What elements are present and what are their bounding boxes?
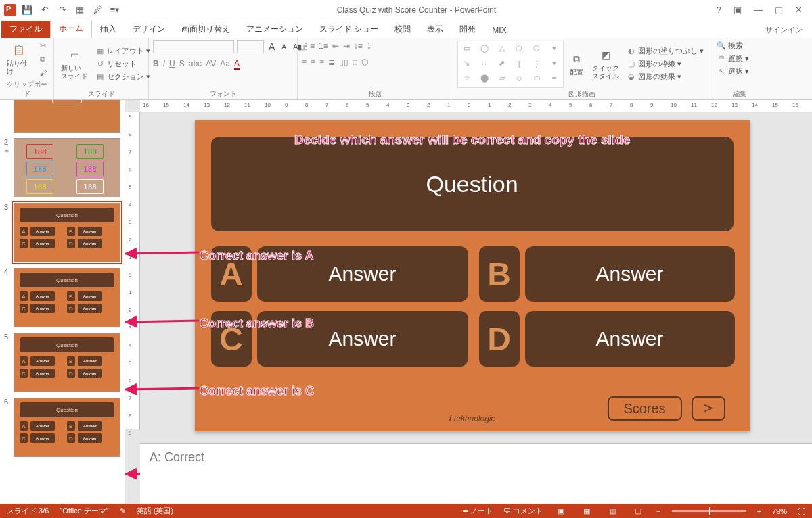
thumbnail-slide-2[interactable]: 2 ✶ 188 188 188 188 188 188 bbox=[14, 138, 120, 197]
tab-mix[interactable]: MIX bbox=[484, 23, 514, 38]
answer-a[interactable]: A Answer bbox=[211, 246, 468, 302]
line-spacing-button[interactable]: ↕≡ bbox=[354, 41, 363, 51]
cut-button[interactable]: ✂ bbox=[36, 41, 49, 51]
ribbon-tabs: ファイル ホーム 挿入 デザイン 画面切り替え アニメーション スライド ショー… bbox=[0, 20, 812, 38]
new-slide-button[interactable]: ▭新しい スライド bbox=[58, 47, 91, 82]
redo-icon[interactable]: ↷ bbox=[55, 3, 69, 17]
spacing-button[interactable]: AV bbox=[206, 59, 216, 70]
slide-canvas[interactable]: Question A Answer B Answer C Answer D An… bbox=[195, 120, 750, 431]
format-painter-button[interactable]: 🖌 bbox=[36, 68, 49, 78]
answer-c[interactable]: C Answer bbox=[211, 311, 468, 367]
thumbnail-slide-6[interactable]: 6 Question AAnswer BAnswer CAnswer DAnsw… bbox=[14, 398, 120, 457]
layout-button[interactable]: ▦レイアウト ▾ bbox=[93, 45, 152, 57]
quick-access-toolbar: 💾 ↶ ↷ ▦ 🖉 ≡▾ bbox=[0, 3, 126, 17]
zoom-out-button[interactable]: − bbox=[656, 507, 660, 515]
font-name-combo[interactable] bbox=[153, 40, 234, 53]
notes-toggle[interactable]: ≐ ノート bbox=[462, 506, 493, 516]
underline-button[interactable]: U bbox=[169, 59, 175, 70]
indent-inc-button[interactable]: ⇥ bbox=[343, 41, 350, 51]
shape-outline-button[interactable]: ▢図形の枠線 ▾ bbox=[625, 58, 706, 70]
status-bar: スライド 3/6 "Office テーマ" ✎ 英語 (英国) ≐ ノート 🗨 … bbox=[0, 504, 812, 518]
paste-button[interactable]: 📋貼り付け bbox=[4, 42, 33, 77]
arrange-button[interactable]: ⧉配置 bbox=[566, 51, 587, 78]
smartart-button[interactable]: ⬡ bbox=[361, 57, 368, 67]
shadow-button[interactable]: S bbox=[179, 59, 185, 70]
status-language[interactable]: 英語 (英国) bbox=[137, 506, 173, 516]
ribbon-options-icon[interactable]: ▣ bbox=[734, 5, 742, 15]
zoom-slider[interactable] bbox=[672, 510, 746, 512]
minimize-icon[interactable]: — bbox=[754, 5, 763, 15]
find-button[interactable]: 🔍検索 bbox=[715, 40, 745, 51]
grow-font-button[interactable]: A bbox=[267, 40, 277, 53]
numbering-button[interactable]: 1≡ bbox=[319, 41, 328, 51]
align-left-button[interactable]: ≡ bbox=[302, 57, 307, 67]
undo-icon[interactable]: ↶ bbox=[38, 3, 51, 17]
justify-button[interactable]: ≣ bbox=[328, 57, 335, 67]
slide-editor[interactable]: 1615141312111098765432101234567891011121… bbox=[125, 100, 812, 504]
tab-design[interactable]: デザイン bbox=[125, 21, 173, 38]
reset-button[interactable]: ↺リセット bbox=[93, 58, 152, 70]
thumbnail-slide-1[interactable]: 1 Class Quiz START bbox=[14, 100, 120, 133]
shapes-gallery[interactable]: ▭◯△⬠⬡▾ ↘↔⬈{}▾ ☆⬤▱◇⬭≡ bbox=[457, 41, 564, 88]
view-slideshow-icon[interactable]: ▢ bbox=[631, 506, 646, 517]
align-center-button[interactable]: ≡ bbox=[311, 57, 315, 67]
comments-toggle[interactable]: 🗨 コメント bbox=[503, 506, 543, 516]
notes-pane[interactable]: A: Correct bbox=[140, 443, 812, 504]
tab-developer[interactable]: 開発 bbox=[451, 21, 484, 38]
next-button[interactable]: > bbox=[692, 396, 725, 421]
view-reading-icon[interactable]: ▥ bbox=[605, 506, 620, 517]
qat-more-icon[interactable]: 🖉 bbox=[91, 3, 104, 17]
italic-button[interactable]: I bbox=[163, 59, 165, 70]
case-button[interactable]: Aa bbox=[220, 59, 230, 70]
shape-effects-button[interactable]: ◒図形の効果 ▾ bbox=[625, 71, 706, 83]
maximize-icon[interactable]: ▢ bbox=[775, 5, 783, 15]
tab-view[interactable]: 表示 bbox=[419, 21, 451, 38]
font-color-button[interactable]: A bbox=[234, 59, 240, 70]
strike-button[interactable]: abc bbox=[189, 59, 202, 70]
signin-link[interactable]: サインイン bbox=[756, 22, 812, 38]
thumbnail-slide-3[interactable]: 3 Question AAnswer BAnswer CAnswer DAnsw… bbox=[14, 203, 120, 262]
bullets-button[interactable]: ⋮≡ bbox=[302, 41, 315, 51]
columns-button[interactable]: ▯▯ bbox=[339, 57, 348, 67]
view-normal-icon[interactable]: ▣ bbox=[554, 506, 568, 517]
tab-animation[interactable]: アニメーション bbox=[238, 21, 311, 38]
tab-review[interactable]: 校閲 bbox=[386, 21, 419, 38]
shape-fill-button[interactable]: ◐図形の塗りつぶし ▾ bbox=[625, 45, 706, 57]
fit-to-window-icon[interactable]: ⛶ bbox=[798, 507, 805, 515]
slideshow-icon[interactable]: ▦ bbox=[73, 3, 87, 17]
help-icon[interactable]: ? bbox=[717, 5, 721, 15]
tab-transition[interactable]: 画面切り替え bbox=[173, 21, 238, 38]
slide-thumbnails-pane[interactable]: 1 Class Quiz START 2 ✶ 188 188 188 188 1… bbox=[0, 100, 125, 504]
quick-styles-button[interactable]: ◩クイック スタイル bbox=[589, 47, 622, 82]
align-text-button[interactable]: ⎅ bbox=[353, 57, 357, 67]
copy-icon: ⧉ bbox=[38, 55, 47, 64]
shrink-font-button[interactable]: A bbox=[279, 40, 288, 53]
select-button[interactable]: ↖選択 ▾ bbox=[715, 66, 751, 77]
thumbnail-slide-4[interactable]: 4 Question AAnswer BAnswer CAnswer DAnsw… bbox=[14, 268, 120, 327]
section-button[interactable]: ▤セクション ▾ bbox=[93, 71, 152, 83]
align-right-button[interactable]: ≡ bbox=[319, 57, 324, 67]
close-icon[interactable]: ✕ bbox=[795, 5, 803, 15]
view-sorter-icon[interactable]: ▦ bbox=[579, 506, 594, 517]
font-size-combo[interactable] bbox=[237, 40, 264, 53]
zoom-in-button[interactable]: + bbox=[757, 507, 761, 515]
thumbnail-slide-5[interactable]: 5 Question AAnswer BAnswer CAnswer DAnsw… bbox=[14, 333, 120, 392]
tab-insert[interactable]: 挿入 bbox=[92, 21, 125, 38]
zoom-level[interactable]: 79% bbox=[772, 507, 787, 515]
qat-dropdown-icon[interactable]: ≡▾ bbox=[108, 3, 122, 17]
scores-button[interactable]: Scores bbox=[608, 396, 682, 421]
replace-button[interactable]: ᵃᵇ置換 ▾ bbox=[715, 53, 751, 64]
answer-text: Answer bbox=[525, 327, 735, 350]
indent-dec-button[interactable]: ⇤ bbox=[332, 41, 339, 51]
tab-file[interactable]: ファイル bbox=[1, 21, 50, 38]
save-icon[interactable]: 💾 bbox=[20, 3, 34, 17]
text-direction-button[interactable]: ⤵ bbox=[367, 41, 371, 51]
answer-b[interactable]: B Answer bbox=[479, 246, 735, 302]
answer-d[interactable]: D Answer bbox=[479, 311, 735, 367]
question-box[interactable]: Question bbox=[211, 137, 734, 231]
tab-home[interactable]: ホーム bbox=[50, 20, 92, 38]
copy-button[interactable]: ⧉ bbox=[36, 54, 49, 65]
bold-button[interactable]: B bbox=[153, 59, 159, 70]
tab-slideshow[interactable]: スライド ショー bbox=[311, 21, 386, 38]
status-spellcheck-icon[interactable]: ✎ bbox=[120, 507, 126, 515]
